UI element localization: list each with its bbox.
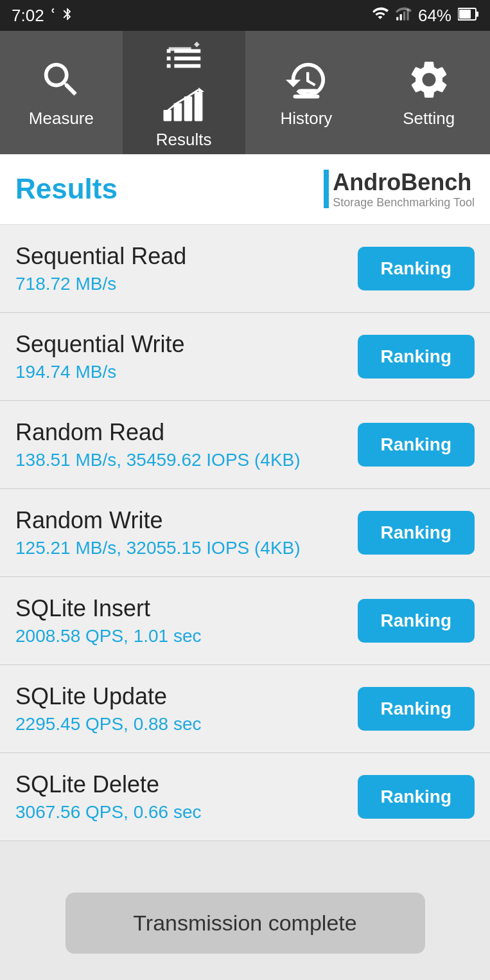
benchmark-value: 2008.58 QPS, 1.01 sec <box>15 626 202 646</box>
benchmark-name: Sequential Read <box>15 243 186 270</box>
status-bar: 7:02 ʿ 64% <box>0 0 490 31</box>
svg-rect-9 <box>184 96 193 121</box>
benchmark-value: 718.72 MB/s <box>15 274 186 294</box>
svg-rect-2 <box>403 11 405 20</box>
benchmark-name: SQLite Update <box>15 683 202 710</box>
svg-rect-6 <box>459 10 471 19</box>
ranking-button[interactable]: Ranking <box>358 511 475 555</box>
svg-rect-13 <box>293 94 319 98</box>
svg-rect-1 <box>400 14 402 21</box>
benchmark-row: Sequential Read718.72 MB/sRanking <box>0 225 490 313</box>
svg-rect-12 <box>299 89 317 93</box>
ranking-button[interactable]: Ranking <box>358 599 475 643</box>
benchmark-row: SQLite Insert2008.58 QPS, 1.01 secRankin… <box>0 577 490 665</box>
signal-icon <box>395 5 412 26</box>
logo-name: AndroBench <box>333 168 475 196</box>
benchmark-list: Sequential Read718.72 MB/sRankingSequent… <box>0 225 490 841</box>
benchmark-info: SQLite Update2295.45 QPS, 0.88 sec <box>15 683 202 735</box>
status-left: 7:02 ʿ <box>12 6 74 26</box>
logo-text: AndroBench Storage Benchmarking Tool <box>333 168 475 210</box>
logo-area: AndroBench Storage Benchmarking Tool <box>324 168 475 210</box>
tab-history[interactable]: History <box>245 31 368 154</box>
svg-rect-3 <box>407 8 408 20</box>
history-icon <box>284 57 329 102</box>
tab-measure[interactable]: Measure <box>0 31 123 154</box>
results-header: Results AndroBench Storage Benchmarking … <box>0 154 490 225</box>
transmission-bar-container: Transmission complete <box>0 841 490 980</box>
tab-measure-label: Measure <box>29 109 94 129</box>
logo-subtitle: Storage Benchmarking Tool <box>333 196 475 210</box>
battery-percent: 64% <box>418 6 451 26</box>
svg-rect-0 <box>396 17 398 20</box>
benchmark-row: SQLite Update2295.45 QPS, 0.88 secRankin… <box>0 665 490 753</box>
benchmark-info: SQLite Delete3067.56 QPS, 0.66 sec <box>15 771 202 823</box>
nav-tabs: Measure Results History <box>0 31 490 154</box>
benchmark-value: 138.51 MB/s, 35459.62 IOPS (4KB) <box>15 450 301 470</box>
benchmark-info: Random Read138.51 MB/s, 35459.62 IOPS (4… <box>15 419 301 470</box>
tab-setting[interactable]: Setting <box>367 31 490 154</box>
tab-setting-label: Setting <box>403 109 455 129</box>
bar-chart-icon <box>161 87 206 123</box>
benchmark-name: SQLite Insert <box>15 595 202 622</box>
battery-icon <box>458 6 478 26</box>
status-time: 7:02 <box>12 6 44 26</box>
tab-results[interactable]: Results <box>123 31 245 154</box>
benchmark-row: Sequential Write194.74 MB/sRanking <box>0 313 490 401</box>
benchmark-row: SQLite Delete3067.56 QPS, 0.66 secRankin… <box>0 753 490 841</box>
transmission-label: Transmission complete <box>133 911 356 935</box>
benchmark-name: Sequential Write <box>15 331 184 358</box>
benchmark-name: SQLite Delete <box>15 771 202 798</box>
bluetooth-icon: ʿ <box>51 6 74 26</box>
benchmark-value: 2295.45 QPS, 0.88 sec <box>15 714 202 735</box>
wifi-icon <box>372 5 389 26</box>
tab-results-label: Results <box>156 130 212 150</box>
transmission-complete: Transmission complete <box>66 893 425 954</box>
benchmark-info: Sequential Read718.72 MB/s <box>15 243 186 294</box>
ranking-button[interactable]: Ranking <box>358 687 475 731</box>
setting-icon <box>407 57 451 102</box>
benchmark-row: Random Read138.51 MB/s, 35459.62 IOPS (4… <box>0 401 490 489</box>
status-right: 64% <box>372 5 478 26</box>
logo-name-bold: Bench <box>401 169 471 195</box>
benchmark-value: 194.74 MB/s <box>15 362 184 382</box>
svg-marker-11 <box>198 87 204 92</box>
ranking-button[interactable]: Ranking <box>358 775 475 819</box>
benchmark-info: SQLite Insert2008.58 QPS, 1.01 sec <box>15 595 202 646</box>
tab-history-label: History <box>280 109 332 129</box>
svg-rect-5 <box>476 12 478 17</box>
ranking-button[interactable]: Ranking <box>358 247 475 290</box>
benchmark-info: Sequential Write194.74 MB/s <box>15 331 184 382</box>
benchmark-info: Random Write125.21 MB/s, 32055.15 IOPS (… <box>15 507 301 558</box>
search-icon <box>39 57 83 102</box>
svg-rect-10 <box>195 92 203 121</box>
benchmark-name: Random Read <box>15 419 301 446</box>
page-title: Results <box>15 173 118 205</box>
ranking-button[interactable]: Ranking <box>358 335 475 379</box>
benchmark-value: 125.21 MB/s, 32055.15 IOPS (4KB) <box>15 538 301 558</box>
benchmark-value: 3067.56 QPS, 0.66 sec <box>15 802 202 823</box>
benchmark-row: Random Write125.21 MB/s, 32055.15 IOPS (… <box>0 489 490 577</box>
logo-name-light: Andro <box>333 169 401 195</box>
benchmark-name: Random Write <box>15 507 301 534</box>
ranking-button[interactable]: Ranking <box>358 423 475 467</box>
results-icon <box>161 36 206 81</box>
logo-bar <box>324 170 329 208</box>
